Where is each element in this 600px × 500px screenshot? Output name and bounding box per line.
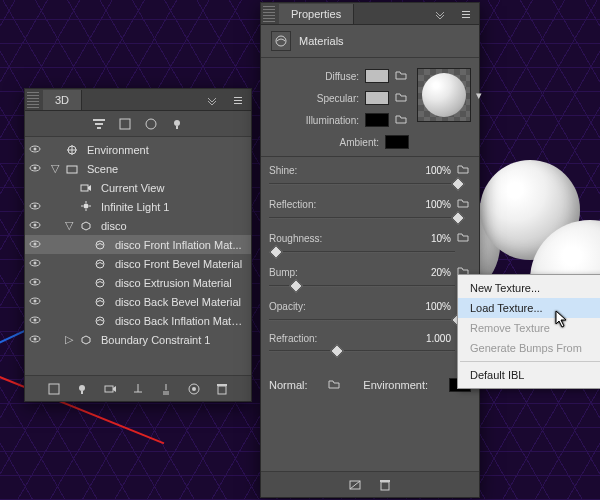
tree-row[interactable]: disco Front Inflation Mat... (25, 235, 251, 254)
ground-plane-icon[interactable] (130, 381, 146, 397)
context-menu-item[interactable]: Default IBL (458, 365, 600, 385)
trash-icon[interactable] (377, 477, 393, 493)
panel-properties-footer (261, 471, 479, 497)
svg-point-14 (34, 166, 37, 169)
tree-row-label: Infinite Light 1 (101, 201, 247, 213)
context-menu-item[interactable]: New Texture... (458, 278, 600, 298)
filter-materials-icon[interactable] (143, 116, 159, 132)
texture-folder-icon[interactable] (457, 197, 471, 211)
grip-icon[interactable] (27, 92, 39, 108)
tree-row[interactable]: Environment (25, 140, 251, 159)
property-bump: Bump:20% (269, 265, 471, 295)
diffuse-texture-icon[interactable] (395, 69, 409, 83)
new-material-icon[interactable] (347, 477, 363, 493)
mesh-icon (79, 219, 93, 233)
specular-swatch[interactable] (365, 91, 389, 105)
svg-rect-46 (217, 384, 227, 386)
flyout-menu-icon[interactable] (457, 5, 475, 23)
tree-row[interactable]: disco Back Inflation Materi... (25, 311, 251, 330)
property-value[interactable]: 1.000 (405, 333, 451, 344)
property-slider[interactable] (269, 247, 471, 261)
visibility-eye-icon[interactable] (29, 276, 43, 290)
camera-icon (79, 181, 93, 195)
tree-row[interactable]: ▽Scene (25, 159, 251, 178)
diffuse-swatch[interactable] (365, 69, 389, 83)
svg-point-18 (34, 204, 37, 207)
tree-row[interactable]: disco Extrusion Material (25, 273, 251, 292)
trash-icon[interactable] (214, 381, 230, 397)
specular-texture-icon[interactable] (395, 91, 409, 105)
grip-icon[interactable] (263, 6, 275, 22)
svg-rect-9 (176, 126, 178, 129)
tree-row[interactable]: disco Back Bevel Material (25, 292, 251, 311)
property-label: Refraction: (269, 333, 399, 344)
mouse-cursor-icon (555, 310, 571, 330)
tree-row[interactable]: Current View (25, 178, 251, 197)
property-value[interactable]: 100% (405, 165, 451, 176)
twisty-icon[interactable]: ▽ (51, 162, 61, 175)
texture-folder-icon[interactable] (457, 163, 471, 177)
flyout-menu-icon[interactable] (229, 91, 247, 109)
twisty-icon[interactable]: ▷ (65, 333, 75, 346)
svg-point-23 (34, 242, 37, 245)
filter-lights-icon[interactable] (169, 116, 185, 132)
visibility-eye-icon[interactable] (29, 162, 43, 176)
property-slider[interactable] (269, 281, 471, 295)
property-value[interactable]: 20% (405, 267, 451, 278)
property-value[interactable]: 10% (405, 233, 451, 244)
visibility-eye-icon[interactable] (29, 181, 43, 195)
property-value[interactable]: 100% (405, 199, 451, 210)
visibility-eye-icon[interactable] (29, 333, 43, 347)
visibility-eye-icon[interactable] (29, 314, 43, 328)
mat-icon (93, 314, 107, 328)
tree-row[interactable]: ▽disco (25, 216, 251, 235)
property-slider[interactable] (269, 179, 471, 193)
tree-row[interactable]: Infinite Light 1 (25, 197, 251, 216)
visibility-eye-icon[interactable] (29, 143, 43, 157)
svg-point-26 (34, 261, 37, 264)
env-icon (65, 143, 79, 157)
visibility-eye-icon[interactable] (29, 219, 43, 233)
panel-3d-header[interactable]: 3D (25, 89, 251, 111)
visibility-eye-icon[interactable] (29, 295, 43, 309)
visibility-eye-icon[interactable] (29, 257, 43, 271)
property-slider[interactable] (269, 346, 471, 360)
svg-point-44 (192, 387, 196, 391)
mat-icon (93, 238, 107, 252)
filter-scene-icon[interactable] (91, 116, 107, 132)
panel-properties-header[interactable]: Properties (261, 3, 479, 25)
texture-folder-icon[interactable] (457, 231, 471, 245)
visibility-eye-icon[interactable] (29, 200, 43, 214)
twisty-icon[interactable]: ▽ (65, 219, 75, 232)
filter-meshes-icon[interactable] (117, 116, 133, 132)
material-env-row: Normal: Environment: (261, 370, 479, 400)
svg-point-38 (34, 337, 37, 340)
property-slider[interactable] (269, 315, 471, 329)
add-mesh-icon[interactable] (46, 381, 62, 397)
render-icon[interactable] (186, 381, 202, 397)
material-preview[interactable]: ▾ (417, 68, 471, 122)
materials-mode-icon[interactable] (271, 31, 291, 51)
context-menu-item[interactable]: Load Texture... (458, 298, 600, 318)
illumination-swatch[interactable] (365, 113, 389, 127)
tree-row[interactable]: disco Front Bevel Material (25, 254, 251, 273)
snap-icon[interactable] (158, 381, 174, 397)
collapse-icon[interactable] (203, 91, 221, 109)
collapse-icon[interactable] (431, 5, 449, 23)
normal-texture-icon[interactable] (328, 378, 342, 392)
ambient-swatch[interactable] (385, 135, 409, 149)
svg-rect-42 (105, 386, 113, 392)
add-camera-icon[interactable] (102, 381, 118, 397)
add-light-icon[interactable] (74, 381, 90, 397)
texture-context-menu: New Texture...Load Texture...Remove Text… (457, 274, 600, 389)
tree-row-label: disco Extrusion Material (115, 277, 247, 289)
illumination-texture-icon[interactable] (395, 113, 409, 127)
light-icon (79, 200, 93, 214)
property-value[interactable]: 100% (405, 301, 451, 312)
tree-row[interactable]: ▷Boundary Constraint 1 (25, 330, 251, 349)
svg-rect-45 (218, 386, 226, 394)
chevron-down-icon[interactable]: ▾ (476, 89, 482, 102)
property-slider[interactable] (269, 213, 471, 227)
visibility-eye-icon[interactable] (29, 238, 43, 252)
panel-properties: Properties Materials Diffuse: Specular: … (260, 2, 480, 498)
